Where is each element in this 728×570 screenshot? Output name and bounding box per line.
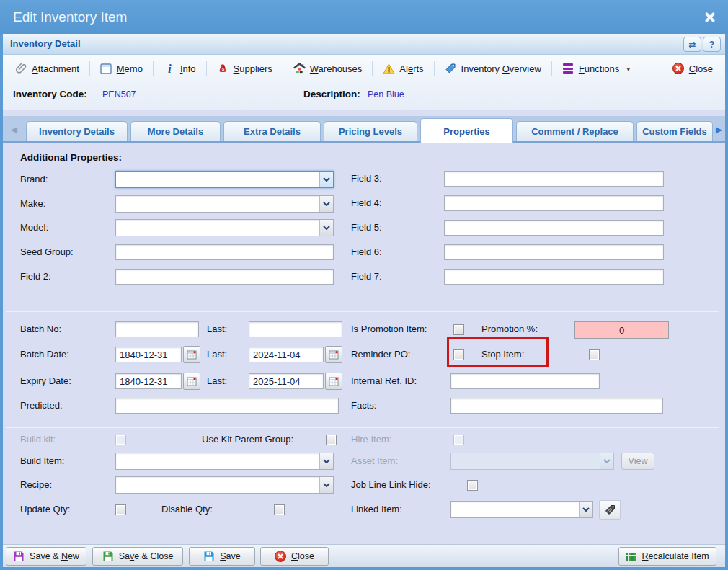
tab-scroll-right-button[interactable]: ► [714,123,724,137]
seed-group-input[interactable] [115,244,334,260]
tab-scroll-left-button[interactable]: ◄ [9,123,19,137]
batch-date-input[interactable] [115,347,182,362]
toolbar-separator [551,61,552,76]
panel-title: Inventory Detail [10,34,81,54]
tab-more-details[interactable]: More Details [130,121,221,141]
description-value: Pen Blue [368,89,404,99]
inventory-overview-button[interactable]: Inventory Overview [441,61,545,77]
field2-input[interactable] [115,269,334,285]
expiry-date-calendar-button[interactable] [183,373,200,390]
make-combobox[interactable] [115,195,334,213]
field4-input[interactable] [444,195,664,211]
functions-button[interactable]: Functions ▾ [559,61,634,77]
promotion-pct-input[interactable] [574,321,669,339]
is-promotion-checkbox[interactable] [453,324,464,335]
toolbar-separator [206,61,207,76]
brand-label: Brand: [20,174,48,184]
chevron-down-icon [319,196,333,212]
chevron-down-icon [579,502,592,517]
predicted-input[interactable] [115,398,339,414]
field6-label: Field 6: [351,246,382,257]
chevron-down-icon [319,220,333,236]
disable-qty-label: Disable Qty: [161,504,213,515]
calendar-icon [329,349,339,360]
expiry-date-input[interactable] [115,373,182,389]
facts-label: Facts: [351,400,376,411]
tab-extra-details[interactable]: Extra Details [223,121,321,141]
linked-item-tag-button[interactable] [599,500,621,520]
paperclip-icon [15,63,27,75]
expiry-last-input[interactable] [249,373,324,389]
toolbar-separator [153,61,154,76]
toolbar-separator [283,61,283,76]
refresh-icon: ⇄ [688,40,696,50]
model-combobox[interactable] [115,219,334,236]
save-and-new-button[interactable]: Save & New [6,547,86,566]
memo-button[interactable]: Memo [97,61,146,77]
description-label: Description: [303,89,360,99]
brand-combobox[interactable] [115,171,334,188]
make-label: Make: [20,198,45,209]
warehouses-button[interactable]: Warehouses [290,61,366,77]
save-button[interactable]: Save [189,547,255,566]
floppy-green-icon [102,551,114,562]
batch-date-last-calendar-button[interactable] [325,346,342,363]
svg-text:$: $ [222,67,224,71]
tab-comment-replace[interactable]: Comment / Replace [516,121,634,141]
internal-ref-input[interactable] [450,373,600,389]
help-button[interactable]: ? [703,37,721,52]
recalculate-grid-icon [626,553,636,561]
tab-inventory-details[interactable]: Inventory Details [26,121,128,141]
field5-input[interactable] [444,220,664,236]
tab-custom-fields[interactable]: Custom Fields [636,121,713,141]
disable-qty-checkbox[interactable] [274,504,285,515]
use-kit-parent-checkbox[interactable] [326,435,337,445]
window-title: Edit Inventory Item [13,0,127,34]
expiry-last-calendar-button[interactable] [325,373,342,390]
chevron-down-icon [319,453,333,469]
toolbar-close-button[interactable]: Close [669,61,716,77]
recipe-combobox[interactable] [115,476,334,494]
attachment-button[interactable]: Attachment [12,61,83,77]
toolbar-separator [372,61,373,76]
linked-item-combobox[interactable] [450,501,593,518]
refresh-button[interactable]: ⇄ [683,37,701,52]
update-qty-checkbox[interactable] [115,504,126,515]
field3-input[interactable] [444,171,664,187]
view-button[interactable]: View [621,453,654,470]
tab-strip: ◄ Inventory Details More Details Extra D… [3,116,725,143]
inventory-code-label: Inventory Code: [13,89,87,99]
toolbar-separator [434,61,435,76]
hire-item-checkbox [453,435,464,445]
facts-input[interactable] [450,398,663,414]
build-item-combobox[interactable] [115,453,334,470]
job-line-link-hide-checkbox[interactable] [467,480,478,491]
window-close-button[interactable] [702,9,718,25]
floppy-blue-icon [203,551,215,562]
build-kit-checkbox [115,435,126,445]
alerts-button[interactable]: Alerts [379,61,427,77]
field5-label: Field 5: [351,222,382,233]
hire-item-label: Hire Item: [351,434,391,445]
info-button[interactable]: i Info [160,61,200,77]
recalculate-item-button[interactable]: Recalculate Item [618,547,716,566]
batch-date-last-input[interactable] [249,347,324,362]
section-divider [6,311,719,311]
toolbar-separator [89,61,90,76]
batch-no-input[interactable] [115,321,199,337]
build-kit-label: Build kit: [20,434,56,445]
batch-no-last-input[interactable] [249,321,342,337]
stop-item-checkbox[interactable] [589,349,600,360]
save-and-close-button[interactable]: Save & Close [92,547,183,566]
footer-bar: Save & New Save & Close Save Close Recal… [3,544,725,567]
tab-pricing-levels[interactable]: Pricing Levels [324,121,417,141]
batch-date-calendar-button[interactable] [183,346,200,363]
footer-close-button[interactable]: Close [260,547,329,566]
suppliers-button[interactable]: $ Suppliers [213,61,276,77]
identity-row: Inventory Code: PEN507 Description: Pen … [3,82,725,110]
field6-input[interactable] [444,244,664,260]
linked-item-label: Linked Item: [351,504,402,515]
field2-label: Field 2: [20,271,51,282]
tab-properties[interactable]: Properties [420,118,513,143]
field7-input[interactable] [444,269,664,285]
